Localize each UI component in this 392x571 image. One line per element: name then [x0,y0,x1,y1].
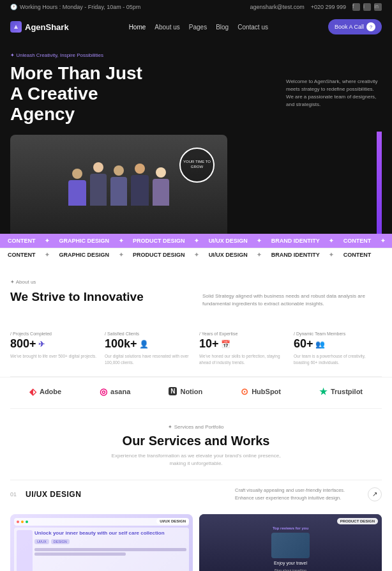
hubspot-icon: ⊙ [241,386,248,397]
mock-title: Unlock your inner beauty with our self c… [34,530,186,536]
logo-asana: ◎ asana [100,386,130,397]
person-5 [153,167,169,206]
ticker-item-2: CONTENT [8,252,36,258]
project-badge-2: PRODUCT DESIGN [337,518,378,524]
stat-projects: / Projects Completed 800+ ✈ We've brough… [10,331,98,366]
top-bar-left: 🕐 Working Hours : Monday - Friday, 10am … [10,4,140,10]
stat-clients-desc: Our digital solutions have resonated wit… [105,353,193,366]
ticker-item: CONTENT [343,238,372,244]
dot-yellow [21,521,24,523]
stat-team-desc: Our team is a powerhouse of creativity, … [294,353,382,366]
stat-team-number: 60+ 👥 [294,337,382,351]
mock-dark-image [271,533,310,558]
ticker-2: CONTENT ✦ GRAPHIC DESIGN ✦ PRODUCT DESIG… [0,248,392,261]
stat-clients-number: 100k+ 👤 [105,337,193,351]
service-expand-button[interactable]: ↗ [368,487,382,501]
notion-label: Notion [180,388,202,395]
hero-title: More Than Just A Creative Agency [10,63,151,125]
person-1 [68,169,86,206]
mock-sidebar [17,530,33,571]
about-description: Solid Strategy aligned with business nee… [202,293,382,309]
project-card-1-image: Unlock your inner beauty with our self c… [10,514,193,571]
mock-dark-label-top: Top reviews for you [273,526,308,530]
clock-icon: 🕐 [10,4,17,10]
asana-label: asana [110,388,130,395]
adobe-icon: ⬖ [29,386,36,397]
cta-question-icon: ? [366,22,375,31]
mock-tag-1: UI/UX [34,539,49,544]
services-label: ✦ Services and Portfolio [10,424,382,430]
logo-notion: N Notion [169,387,202,395]
mock-content: Unlock your inner beauty with our self c… [14,528,189,571]
hero-badge-text: YOUR TIME TO GROW [181,160,213,170]
about-grid: We Strive to Innovative Solid Strategy a… [10,290,382,309]
nav-about[interactable]: About us [155,24,179,31]
nav-home[interactable]: Home [129,24,146,31]
logo-hubspot: ⊙ HubSpot [241,386,281,397]
ticker-item-2: CONTENT [343,252,372,258]
hero-decor-bar [377,132,382,234]
linkedin-icon[interactable]: in [374,3,382,11]
nav-pages[interactable]: Pages [189,24,207,31]
stat-years: / Years of Expertise 10+ 📅 We've honed o… [199,331,287,366]
nav-logo[interactable]: AgenShark [10,21,69,33]
ticker-item-2: BRAND IDENTITY [271,252,320,258]
notion-icon: N [169,387,177,395]
group-icon: 👥 [315,340,325,349]
hero-description: Welcome to AgenShark, where creativity m… [286,78,382,109]
project-card-2: Top reviews for you Enjoy your travel Bl… [199,514,382,571]
hero-section: ✦ Unleash Creativity, Inspire Possibilit… [0,40,392,234]
logo-adobe: ⬖ Adobe [29,386,61,397]
cta-label: Book A Call [335,24,364,30]
mock-main: Unlock your inner beauty with our self c… [34,530,186,571]
facebook-icon[interactable]: f [352,3,360,11]
service-name: UI/UX DESIGN [26,490,81,499]
person-2 [90,162,107,206]
nav-contact[interactable]: Contact us [237,24,268,31]
dot-red [17,521,19,523]
about-title: We Strive to Innovative [10,290,190,305]
ticker-item-2: UI/UX DESIGN [209,252,248,258]
ticker-item-2: PRODUCT DESIGN [133,252,185,258]
nav-links: Home About us Pages Blog Contact us [129,24,268,31]
hero-badge: YOUR TIME TO GROW [179,148,215,183]
people-icon: 👤 [139,340,149,349]
ticker-item: PRODUCT DESIGN [133,238,185,244]
services-header: ✦ Services and Portfolio Our Services an… [10,424,382,469]
about-label: ✦ About us [10,279,382,285]
plane-icon: ✈ [38,340,45,349]
person-3 [110,165,127,206]
project-badge-1: UI/UX DESIGN [156,518,189,524]
working-hours-label: Working Hours : Monday - Friday, 10am - … [20,4,140,10]
book-a-call-button[interactable]: Book A Call ? [328,19,382,34]
logo-trustpilot: ★ Trustpilot [319,386,363,397]
mock-dark-subtitle: Blog about travelling [275,568,306,571]
nav-blog[interactable]: Blog [216,24,229,31]
phone: +020 299 999 [311,4,346,10]
ticker-item: BRAND IDENTITY [271,238,320,244]
stat-projects-number: 800+ ✈ [10,337,98,351]
ticker-1-inner: CONTENT ✦ GRAPHIC DESIGN ✦ PRODUCT DESIG… [0,238,392,244]
stat-projects-label: / Projects Completed [10,331,98,336]
trustpilot-icon: ★ [319,386,328,397]
hero-image: YOUR TIME TO GROW [10,135,227,234]
instagram-icon[interactable]: i [363,3,371,11]
hero-tag: ✦ Unleash Creativity, Inspire Possibilit… [10,52,382,58]
stat-years-desc: We've honed our skills to perfection, st… [199,353,287,366]
services-title: Our Services and Works [10,434,382,448]
stats-grid: / Projects Completed 800+ ✈ We've brough… [0,321,392,376]
project-card-1: Unlock your inner beauty with our self c… [10,514,193,571]
stat-clients-label: / Satisfied Clients [105,331,193,336]
services-description: Experience the transformation as we elev… [107,452,285,469]
dot-green [26,521,28,523]
service-right: Craft visually appealing and user-friend… [235,487,382,501]
services-section: ✦ Services and Portfolio Our Services an… [0,409,392,571]
ticker-item: CONTENT [8,238,36,244]
mock-tag-2: DESIGN [51,539,70,544]
ticker-1: CONTENT ✦ GRAPHIC DESIGN ✦ PRODUCT DESIG… [0,234,392,248]
mock-line-2 [34,552,126,556]
trustpilot-label: Trustpilot [331,388,363,395]
mock-dark-title: Enjoy your travel [274,561,307,565]
stat-years-number: 10+ 📅 [199,337,287,351]
navbar: AgenShark Home About us Pages Blog Conta… [0,14,392,40]
